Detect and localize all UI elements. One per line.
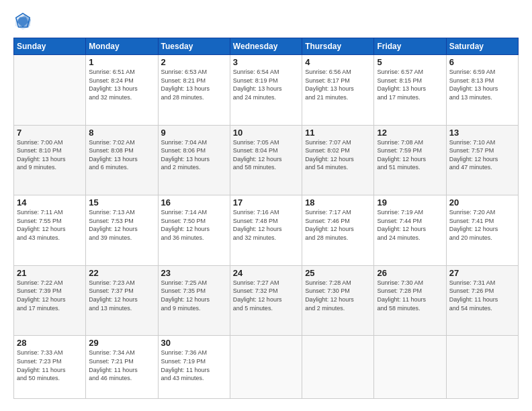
day-number: 6: [449, 57, 515, 67]
day-number: 18: [305, 197, 371, 208]
day-number: 16: [161, 197, 227, 208]
page: SundayMondayTuesdayWednesdayThursdayFrid…: [0, 0, 532, 411]
weekday-header-saturday: Saturday: [446, 38, 518, 55]
day-info: Sunrise: 7:19 AM Sunset: 7:44 PM Dayligh…: [377, 208, 443, 242]
calendar-cell: 25Sunrise: 7:28 AM Sunset: 7:30 PM Dayli…: [302, 265, 374, 336]
day-number: 23: [161, 268, 227, 278]
day-info: Sunrise: 7:27 AM Sunset: 7:32 PM Dayligh…: [233, 279, 299, 312]
weekday-header-row: SundayMondayTuesdayWednesdayThursdayFrid…: [14, 38, 519, 55]
day-number: 25: [305, 268, 371, 278]
calendar-cell: 18Sunrise: 7:17 AM Sunset: 7:46 PM Dayli…: [302, 195, 374, 266]
day-info: Sunrise: 7:34 AM Sunset: 7:21 PM Dayligh…: [89, 349, 154, 382]
calendar-cell: 8Sunrise: 7:02 AM Sunset: 8:08 PM Daylig…: [86, 125, 158, 195]
calendar-cell: 27Sunrise: 7:31 AM Sunset: 7:26 PM Dayli…: [446, 265, 518, 336]
day-info: Sunrise: 7:02 AM Sunset: 8:08 PM Dayligh…: [89, 138, 154, 172]
day-number: 27: [449, 268, 515, 278]
weekday-header-thursday: Thursday: [302, 38, 374, 55]
calendar-cell: [14, 55, 86, 126]
calendar-cell: 3Sunrise: 6:54 AM Sunset: 8:19 PM Daylig…: [230, 55, 302, 126]
weekday-header-wednesday: Wednesday: [230, 38, 302, 55]
day-number: 21: [17, 268, 83, 278]
day-number: 24: [233, 268, 299, 278]
calendar-cell: [230, 336, 302, 399]
day-info: Sunrise: 7:08 AM Sunset: 7:59 PM Dayligh…: [377, 138, 443, 172]
day-number: 17: [233, 197, 299, 208]
day-number: 9: [161, 128, 227, 138]
day-info: Sunrise: 7:36 AM Sunset: 7:19 PM Dayligh…: [161, 349, 227, 382]
calendar-cell: 9Sunrise: 7:04 AM Sunset: 8:06 PM Daylig…: [158, 125, 230, 195]
day-info: Sunrise: 7:17 AM Sunset: 7:46 PM Dayligh…: [305, 208, 371, 242]
day-number: 8: [89, 128, 154, 138]
day-info: Sunrise: 7:20 AM Sunset: 7:41 PM Dayligh…: [449, 208, 515, 242]
weekday-header-tuesday: Tuesday: [158, 38, 230, 55]
calendar-cell: 1Sunrise: 6:51 AM Sunset: 8:24 PM Daylig…: [86, 55, 158, 126]
calendar-cell: 26Sunrise: 7:30 AM Sunset: 7:28 PM Dayli…: [374, 265, 446, 336]
calendar-cell: [446, 336, 518, 399]
logo: [13, 12, 35, 31]
calendar-cell: 29Sunrise: 7:34 AM Sunset: 7:21 PM Dayli…: [86, 336, 158, 399]
calendar-week-row: 1Sunrise: 6:51 AM Sunset: 8:24 PM Daylig…: [14, 55, 519, 126]
day-info: Sunrise: 7:25 AM Sunset: 7:35 PM Dayligh…: [161, 279, 227, 312]
day-number: 11: [305, 128, 371, 138]
day-info: Sunrise: 6:56 AM Sunset: 8:17 PM Dayligh…: [305, 68, 371, 101]
day-number: 19: [377, 197, 443, 208]
day-info: Sunrise: 7:14 AM Sunset: 7:50 PM Dayligh…: [161, 208, 227, 242]
day-info: Sunrise: 7:31 AM Sunset: 7:26 PM Dayligh…: [449, 279, 515, 312]
weekday-header-friday: Friday: [374, 38, 446, 55]
calendar-week-row: 7Sunrise: 7:00 AM Sunset: 8:10 PM Daylig…: [14, 125, 519, 195]
calendar-cell: 7Sunrise: 7:00 AM Sunset: 8:10 PM Daylig…: [14, 125, 86, 195]
day-number: 4: [305, 57, 371, 67]
header: [13, 12, 519, 31]
day-info: Sunrise: 6:51 AM Sunset: 8:24 PM Dayligh…: [89, 68, 154, 101]
day-info: Sunrise: 7:05 AM Sunset: 8:04 PM Dayligh…: [233, 138, 299, 172]
calendar-cell: 30Sunrise: 7:36 AM Sunset: 7:19 PM Dayli…: [158, 336, 230, 399]
day-info: Sunrise: 6:57 AM Sunset: 8:15 PM Dayligh…: [377, 68, 443, 101]
calendar-cell: 14Sunrise: 7:11 AM Sunset: 7:55 PM Dayli…: [14, 195, 86, 266]
day-number: 7: [17, 128, 83, 138]
day-number: 13: [449, 128, 515, 138]
logo-icon: [13, 12, 32, 31]
day-number: 14: [17, 197, 83, 208]
day-number: 15: [89, 197, 154, 208]
day-number: 28: [17, 338, 83, 348]
calendar-cell: 24Sunrise: 7:27 AM Sunset: 7:32 PM Dayli…: [230, 265, 302, 336]
calendar-week-row: 28Sunrise: 7:33 AM Sunset: 7:23 PM Dayli…: [14, 336, 519, 399]
calendar-cell: 4Sunrise: 6:56 AM Sunset: 8:17 PM Daylig…: [302, 55, 374, 126]
day-number: 12: [377, 128, 443, 138]
day-info: Sunrise: 7:23 AM Sunset: 7:37 PM Dayligh…: [89, 279, 154, 312]
day-number: 2: [161, 57, 227, 67]
day-info: Sunrise: 6:54 AM Sunset: 8:19 PM Dayligh…: [233, 68, 299, 101]
calendar-cell: 12Sunrise: 7:08 AM Sunset: 7:59 PM Dayli…: [374, 125, 446, 195]
calendar-week-row: 21Sunrise: 7:22 AM Sunset: 7:39 PM Dayli…: [14, 265, 519, 336]
calendar-week-row: 14Sunrise: 7:11 AM Sunset: 7:55 PM Dayli…: [14, 195, 519, 266]
weekday-header-monday: Monday: [86, 38, 158, 55]
day-info: Sunrise: 7:10 AM Sunset: 7:57 PM Dayligh…: [449, 138, 515, 172]
day-info: Sunrise: 7:07 AM Sunset: 8:02 PM Dayligh…: [305, 138, 371, 172]
day-info: Sunrise: 7:04 AM Sunset: 8:06 PM Dayligh…: [161, 138, 227, 172]
calendar-cell: 19Sunrise: 7:19 AM Sunset: 7:44 PM Dayli…: [374, 195, 446, 266]
calendar-cell: [374, 336, 446, 399]
day-info: Sunrise: 6:59 AM Sunset: 8:13 PM Dayligh…: [449, 68, 515, 101]
calendar-table: SundayMondayTuesdayWednesdayThursdayFrid…: [13, 38, 519, 399]
calendar-cell: 13Sunrise: 7:10 AM Sunset: 7:57 PM Dayli…: [446, 125, 518, 195]
calendar-cell: 5Sunrise: 6:57 AM Sunset: 8:15 PM Daylig…: [374, 55, 446, 126]
calendar-cell: 16Sunrise: 7:14 AM Sunset: 7:50 PM Dayli…: [158, 195, 230, 266]
day-number: 30: [161, 338, 227, 348]
day-number: 3: [233, 57, 299, 67]
day-number: 29: [89, 338, 154, 348]
day-number: 26: [377, 268, 443, 278]
calendar-cell: 6Sunrise: 6:59 AM Sunset: 8:13 PM Daylig…: [446, 55, 518, 126]
day-info: Sunrise: 7:00 AM Sunset: 8:10 PM Dayligh…: [17, 138, 83, 172]
day-number: 10: [233, 128, 299, 138]
calendar-cell: 17Sunrise: 7:16 AM Sunset: 7:48 PM Dayli…: [230, 195, 302, 266]
day-number: 1: [89, 57, 154, 67]
calendar-cell: 23Sunrise: 7:25 AM Sunset: 7:35 PM Dayli…: [158, 265, 230, 336]
calendar-cell: 22Sunrise: 7:23 AM Sunset: 7:37 PM Dayli…: [86, 265, 158, 336]
day-number: 22: [89, 268, 154, 278]
day-number: 20: [449, 197, 515, 208]
weekday-header-sunday: Sunday: [14, 38, 86, 55]
calendar-cell: 10Sunrise: 7:05 AM Sunset: 8:04 PM Dayli…: [230, 125, 302, 195]
day-info: Sunrise: 7:28 AM Sunset: 7:30 PM Dayligh…: [305, 279, 371, 312]
day-info: Sunrise: 7:33 AM Sunset: 7:23 PM Dayligh…: [17, 349, 83, 382]
calendar-cell: 11Sunrise: 7:07 AM Sunset: 8:02 PM Dayli…: [302, 125, 374, 195]
